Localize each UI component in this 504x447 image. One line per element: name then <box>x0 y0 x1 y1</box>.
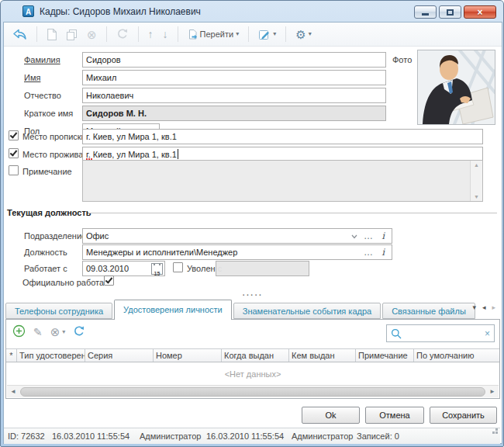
scroll-down-icon[interactable]: ▼ <box>474 194 479 199</box>
tab-strip: Телефоны сотрудника Удостоверения личнос… <box>5 300 472 319</box>
new-record-button[interactable] <box>44 27 59 42</box>
registration-checkbox[interactable] <box>9 130 19 140</box>
resize-grip[interactable] <box>495 431 498 434</box>
job-select[interactable]: Менеджеры и исполнители\Менеджер … i <box>82 244 392 260</box>
app-logo-icon: A <box>22 5 34 17</box>
job-value: Менеджеры и исполнители\Менеджер <box>86 248 237 257</box>
scroll-up-icon[interactable]: ▲ <box>474 162 479 168</box>
delete-record-button[interactable]: ⊗ <box>85 27 99 42</box>
firstname-input[interactable] <box>82 70 386 85</box>
goto-label: Перейти <box>200 29 234 39</box>
search-clear-icon[interactable]: × <box>485 329 490 338</box>
goto-document-icon <box>188 29 198 40</box>
column-header-doc-type[interactable]: Тип удостоверени <box>17 349 85 362</box>
copy-record-button[interactable] <box>64 27 80 42</box>
fired-date-input <box>216 261 309 276</box>
tab-prev-icon[interactable]: ◂ <box>482 303 486 311</box>
column-header-number[interactable]: Номер <box>154 349 222 362</box>
ellipsis-button[interactable]: … <box>364 230 373 241</box>
record-id: ID: 72632 <box>8 431 45 441</box>
column-header-default[interactable]: По умолчанию <box>414 349 499 362</box>
scroll-right-icon[interactable]: ► <box>486 388 499 395</box>
settings-button[interactable]: ⚙ ▾ <box>293 27 313 42</box>
tab-employee-phones[interactable]: Телефоны сотрудника <box>5 303 112 319</box>
employee-photo[interactable] <box>417 50 495 125</box>
toolbar-separator <box>178 26 178 42</box>
edit-button[interactable]: ▾ <box>256 27 278 42</box>
shortname-input <box>82 106 386 121</box>
info-button[interactable]: i <box>381 247 385 258</box>
residence-value: г. Киев, ул Мира 1, кв.1 <box>86 150 177 159</box>
position-group-title: Текущая должность <box>7 208 91 217</box>
arrow-down-icon: ↓ <box>163 29 168 40</box>
refresh-icon <box>116 28 129 40</box>
tab-menu-icon[interactable]: ▾ <box>472 303 476 311</box>
new-document-icon <box>47 29 57 40</box>
info-button[interactable]: i <box>381 230 385 241</box>
move-down-button[interactable]: ↓ <box>161 27 171 41</box>
tab-identity-documents[interactable]: Удостоверения личности <box>114 300 232 320</box>
maximize-button[interactable] <box>439 5 461 19</box>
surname-input[interactable] <box>82 52 386 68</box>
note-checkbox[interactable] <box>9 165 19 175</box>
ok-button[interactable]: Ok <box>302 407 360 424</box>
department-select[interactable]: Офис … i <box>82 228 392 244</box>
minimize-button[interactable] <box>414 5 437 19</box>
window-controls: × <box>414 5 496 19</box>
ellipsis-button[interactable]: … <box>364 247 373 258</box>
group-divider <box>88 213 497 213</box>
works-since-label: Работает с <box>24 264 67 273</box>
goto-button[interactable]: Перейти ▾ <box>185 27 242 42</box>
photo-label: Фото <box>392 55 412 64</box>
save-button[interactable]: Сохранить <box>430 407 497 424</box>
grid-search-box[interactable]: × <box>386 324 495 342</box>
residence-checkbox[interactable] <box>9 148 19 158</box>
scrollbar-thumb[interactable] <box>20 387 485 397</box>
tab-linked-files[interactable]: Связанные файлы <box>382 303 475 319</box>
column-header-note[interactable]: Примечание <box>356 349 414 362</box>
check-icon <box>10 148 18 156</box>
cancel-button[interactable]: Отмена <box>365 407 424 424</box>
status-bar: ID: 72632 16.03.2010 11:55:54 Администра… <box>4 428 500 444</box>
memo-scrollbar[interactable]: ▲ ▼ <box>470 161 482 201</box>
delete-icon: ⊗ <box>87 29 97 40</box>
tab-notable-events[interactable]: Знаменательные события кадра <box>233 303 381 319</box>
official-checkbox[interactable] <box>104 275 114 286</box>
chevron-down-icon[interactable] <box>351 234 357 239</box>
note-textarea[interactable]: ▲ ▼ <box>82 160 483 202</box>
patronymic-input[interactable] <box>82 88 386 103</box>
grid-search-input[interactable] <box>405 329 482 338</box>
column-header-issued-when[interactable]: Когда выдан <box>222 349 289 362</box>
settings-dropdown-icon: ▾ <box>309 31 312 37</box>
works-since-date-input[interactable]: 09.03.2010 15 <box>82 261 165 276</box>
updated-datetime: 16.03.2010 11:55:54 <box>206 431 284 441</box>
search-icon <box>391 328 402 339</box>
delete-row-button[interactable]: ⊗ ▾ <box>50 326 66 338</box>
refresh-button[interactable] <box>114 26 131 42</box>
main-toolbar: ⊗ ↑ ↓ Перейти ▾ ▾ ⚙ ▾ <box>4 23 502 47</box>
edit-row-button[interactable]: ✎ <box>33 327 43 338</box>
tab-next-icon[interactable]: ▸ <box>492 303 495 311</box>
calendar-icon <box>154 263 161 265</box>
grid-horizontal-scrollbar[interactable]: ◄ ► <box>7 385 499 397</box>
add-icon <box>12 324 26 338</box>
close-button[interactable]: × <box>464 5 496 19</box>
grid-empty-message: <Нет данных> <box>6 369 499 379</box>
move-up-button[interactable]: ↑ <box>146 27 156 41</box>
add-row-button[interactable] <box>12 324 26 339</box>
registration-input[interactable] <box>82 129 483 144</box>
column-header-series[interactable]: Серия <box>85 349 154 362</box>
column-header-issued-by[interactable]: Кем выдан <box>289 349 356 362</box>
refresh-grid-button[interactable] <box>73 325 85 339</box>
calendar-button[interactable]: 15 <box>151 263 163 275</box>
titlebar[interactable]: A Кадры: Сидоров Михаил Николаевич × <box>1 1 503 22</box>
copy-icon <box>66 29 78 40</box>
tab-scroll-controls: ▾ ◂ ▸ <box>472 303 495 311</box>
fired-checkbox[interactable] <box>173 262 183 272</box>
close-icon: × <box>477 8 482 17</box>
scroll-left-icon[interactable]: ◄ <box>7 388 19 395</box>
back-button[interactable] <box>10 27 29 42</box>
identity-documents-panel: ✎ ⊗ ▾ × * Тип удостоверени Серия Номер К… <box>5 319 500 399</box>
edit-dropdown-icon: ▾ <box>273 31 276 37</box>
splitter-handle[interactable]: ····· <box>233 291 272 300</box>
